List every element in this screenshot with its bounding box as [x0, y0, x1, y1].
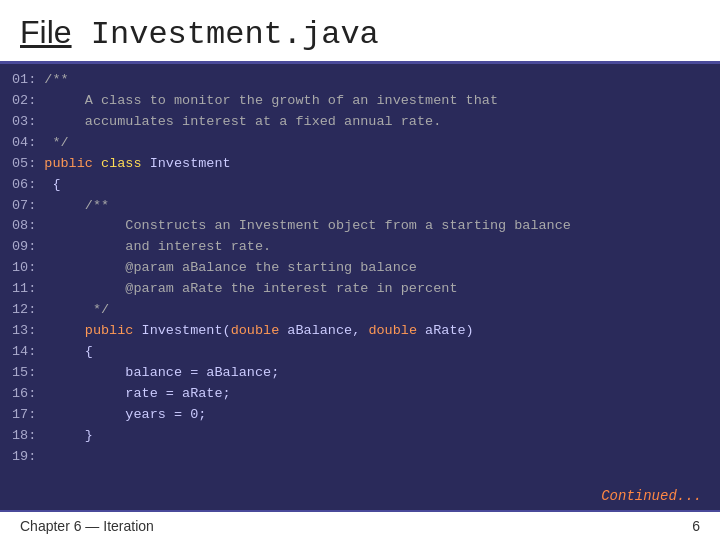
- line-code: and interest rate.: [44, 237, 708, 258]
- line-code: A class to monitor the growth of an inve…: [44, 91, 708, 112]
- code-token: balance = aBalance;: [44, 365, 279, 380]
- page: File Investment.java 01:/**02: A class t…: [0, 0, 720, 540]
- code-token: class: [101, 156, 142, 171]
- line-code: }: [44, 426, 708, 447]
- line-code: years = 0;: [44, 405, 708, 426]
- code-token: */: [44, 302, 109, 317]
- code-token: A class to monitor the growth of an inve…: [44, 93, 498, 108]
- code-token: accumulates interest at a fixed annual r…: [44, 114, 441, 129]
- code-token: public: [44, 323, 133, 338]
- table-row: 08: Constructs an Investment object from…: [12, 216, 708, 237]
- line-code: balance = aBalance;: [44, 363, 708, 384]
- line-number: 09:: [12, 237, 44, 258]
- line-code: /**: [44, 196, 708, 217]
- continued-label: Continued...: [601, 488, 702, 504]
- code-token: double: [368, 323, 417, 338]
- slide-footer: Chapter 6 — Iteration 6: [0, 510, 720, 540]
- table-row: 03: accumulates interest at a fixed annu…: [12, 112, 708, 133]
- line-number: 14:: [12, 342, 44, 363]
- table-row: 14: {: [12, 342, 708, 363]
- table-row: 01:/**: [12, 70, 708, 91]
- code-token: double: [231, 323, 280, 338]
- code-token: /**: [44, 72, 68, 87]
- code-token: /**: [44, 198, 109, 213]
- table-row: 13: public Investment(double aBalance, d…: [12, 321, 708, 342]
- line-code: public Investment(double aBalance, doubl…: [44, 321, 708, 342]
- table-row: 19:: [12, 447, 708, 468]
- table-row: 12: */: [12, 300, 708, 321]
- table-row: 16: rate = aRate;: [12, 384, 708, 405]
- line-number: 15:: [12, 363, 44, 384]
- code-token: Investment: [142, 156, 231, 171]
- code-token: @param aBalance the starting balance: [44, 260, 417, 275]
- line-number: 12:: [12, 300, 44, 321]
- code-token: public: [44, 156, 93, 171]
- line-code: {: [44, 342, 708, 363]
- code-token: aBalance,: [279, 323, 368, 338]
- line-number: 03:: [12, 112, 44, 133]
- chapter-label: Chapter 6 — Iteration: [20, 518, 154, 534]
- line-number: 06:: [12, 175, 44, 196]
- code-token: aRate): [417, 323, 474, 338]
- page-number: 6: [692, 518, 700, 534]
- code-token: [93, 156, 101, 171]
- line-number: 11:: [12, 279, 44, 300]
- code-token: years = 0;: [44, 407, 206, 422]
- title-rest: Investment.java: [72, 16, 379, 53]
- code-token: rate = aRate;: [44, 386, 230, 401]
- table-row: 09: and interest rate.: [12, 237, 708, 258]
- line-code: rate = aRate;: [44, 384, 708, 405]
- code-token: {: [44, 177, 60, 192]
- line-number: 07:: [12, 196, 44, 217]
- line-code: */: [44, 300, 708, 321]
- code-token: */: [44, 135, 68, 150]
- table-row: 02: A class to monitor the growth of an …: [12, 91, 708, 112]
- file-label: File: [20, 14, 72, 50]
- code-token: Constructs an Investment object from a s…: [44, 218, 571, 233]
- line-code: */: [44, 133, 708, 154]
- table-row: 04: */: [12, 133, 708, 154]
- line-number: 04:: [12, 133, 44, 154]
- line-code: public class Investment: [44, 154, 708, 175]
- code-token: and interest rate.: [44, 239, 271, 254]
- table-row: 18: }: [12, 426, 708, 447]
- line-code: [44, 447, 708, 468]
- line-code: /**: [44, 70, 708, 91]
- line-code: @param aBalance the starting balance: [44, 258, 708, 279]
- page-title: File Investment.java: [20, 14, 700, 53]
- line-number: 19:: [12, 447, 44, 468]
- line-number: 13:: [12, 321, 44, 342]
- line-number: 16:: [12, 384, 44, 405]
- table-row: 17: years = 0;: [12, 405, 708, 426]
- table-row: 05:public class Investment: [12, 154, 708, 175]
- table-row: 07: /**: [12, 196, 708, 217]
- line-number: 08:: [12, 216, 44, 237]
- line-code: accumulates interest at a fixed annual r…: [44, 112, 708, 133]
- code-token: @param aRate the interest rate in percen…: [44, 281, 457, 296]
- line-code: {: [44, 175, 708, 196]
- code-token: Investment(: [133, 323, 230, 338]
- code-table: 01:/**02: A class to monitor the growth …: [12, 70, 708, 468]
- code-token: {: [44, 344, 93, 359]
- line-number: 18:: [12, 426, 44, 447]
- line-number: 10:: [12, 258, 44, 279]
- line-number: 02:: [12, 91, 44, 112]
- line-code: Constructs an Investment object from a s…: [44, 216, 708, 237]
- table-row: 15: balance = aBalance;: [12, 363, 708, 384]
- code-token: }: [44, 428, 93, 443]
- line-number: 05:: [12, 154, 44, 175]
- slide-header: File Investment.java: [0, 0, 720, 64]
- line-number: 17:: [12, 405, 44, 426]
- table-row: 06: {: [12, 175, 708, 196]
- table-row: 11: @param aRate the interest rate in pe…: [12, 279, 708, 300]
- code-block: 01:/**02: A class to monitor the growth …: [0, 64, 720, 510]
- table-row: 10: @param aBalance the starting balance: [12, 258, 708, 279]
- line-code: @param aRate the interest rate in percen…: [44, 279, 708, 300]
- line-number: 01:: [12, 70, 44, 91]
